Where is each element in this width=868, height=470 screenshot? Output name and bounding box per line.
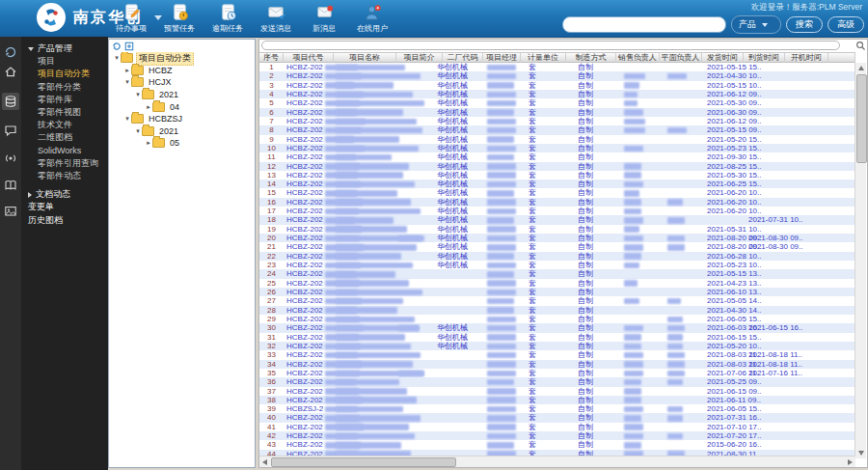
table-row[interactable]: 15HCBZ-202 华创机械套自制2021-06-20 10.. xyxy=(259,188,855,197)
table-row[interactable]: 26HCBZ-202 套自制2021-06-10 13.. xyxy=(259,288,855,296)
column-header-开机时间[interactable]: 开机时间 xyxy=(785,53,828,63)
table-row[interactable]: 35HCBZ-202 套自制2021-07-06 11..2021-07-16 … xyxy=(259,369,855,377)
table-row[interactable]: 7HCBZ-202 华创机械套自制2021-06-12 09.. xyxy=(259,117,855,125)
toolbar-item-todo[interactable]: 待办事项 xyxy=(114,2,149,34)
scroll-up-arrow-icon[interactable] xyxy=(858,66,864,70)
scroll-left-arrow-icon[interactable] xyxy=(262,459,267,465)
scroll-right-arrow-icon[interactable] xyxy=(848,459,853,465)
search-button[interactable]: 搜索 xyxy=(786,16,823,33)
table-row[interactable]: 2HCBZ-202 华创机械套自制2021-04-30 10.. xyxy=(259,71,855,80)
sidebar-item-产品管理[interactable]: 产品管理 xyxy=(21,42,108,55)
sidebar-item-零部件引用查询[interactable]: 零部件引用查询 xyxy=(21,157,108,170)
table-row[interactable]: 27HCBZ-202 套自制2021-05-05 14.. xyxy=(259,296,855,305)
table-row[interactable]: 38HCBZ-202 套自制2021-06-11 09.. xyxy=(259,396,855,404)
tree-toggle-icon[interactable]: ▾ xyxy=(134,91,142,98)
image-icon[interactable] xyxy=(2,203,19,220)
table-row[interactable]: 34HCBZ-202 套自制2021-08-03 11..2021-08-18 … xyxy=(259,360,855,369)
column-header-到货时间[interactable]: 到货时间 xyxy=(744,53,785,63)
home-icon[interactable] xyxy=(2,63,19,80)
toolbar-item-overdue-task[interactable]: 逾期任务 xyxy=(210,2,245,34)
table-row[interactable]: 21HCBZ-202 华创机械套自制2021-08-20 09..2021-08… xyxy=(259,242,855,251)
table-row[interactable]: 6HCBZ-202 华创机械套自制2021-06-30 09.. xyxy=(259,108,855,117)
table-row[interactable]: 37HCBZ-202 套自制2021-06-15 09.. xyxy=(259,387,855,396)
toolbar-item-online-users[interactable]: 在线用户 xyxy=(355,2,390,34)
tree-node-05[interactable]: ▸05 xyxy=(109,137,255,150)
table-row[interactable]: 42HCBZ-202 套自制2021-07-20 17.. xyxy=(259,431,855,440)
vertical-scrollbar[interactable] xyxy=(854,63,866,458)
sidebar-item-零部件动态[interactable]: 零部件动态 xyxy=(21,170,108,182)
sidebar-item-历史图档[interactable]: 历史图档 xyxy=(21,213,108,226)
table-row[interactable]: 43HCBZ-202 套自制2015-06-20 16.. xyxy=(259,440,855,449)
database-icon[interactable] xyxy=(2,93,19,110)
tree-node-HCJX[interactable]: ▾HCJX xyxy=(109,76,255,89)
table-row[interactable]: 33HCBZ-202 套自制2021-08-03 11..2021-08-18 … xyxy=(259,350,855,359)
table-row[interactable]: 32HCBZ-202 华创机械套自制2021-05-20 10.. xyxy=(259,342,855,350)
tree-node-项目自动分类[interactable]: ▾项目自动分类 xyxy=(109,52,255,65)
table-row[interactable]: 12HCBZ-202 华创机械套自制2021-08-25 15.. xyxy=(259,162,855,171)
table-row[interactable]: 36HCBZ-202 套自制2021-05-25 09.. xyxy=(259,377,855,386)
column-header-序号[interactable]: 序号 xyxy=(259,53,284,63)
tree-node-2021[interactable]: ▾2021 xyxy=(109,125,255,138)
sidebar-item-变更单[interactable]: 变更单 xyxy=(21,201,108,213)
column-header-项目名称[interactable]: 项目名称 xyxy=(334,53,396,63)
search-category-dropdown[interactable]: 产品 xyxy=(731,15,781,34)
column-header-发货时间[interactable]: 发货时间 xyxy=(702,53,744,63)
table-row[interactable]: 1HCBZ-202 华创机械套自制2021-05-15 15.. xyxy=(259,63,855,71)
tree-toggle-icon[interactable]: ▾ xyxy=(123,78,131,86)
sidebar-item-项目[interactable]: 项目 xyxy=(21,55,108,68)
refresh-icon[interactable] xyxy=(112,41,122,51)
table-row[interactable]: 13HCBZ-202 华创机械套自制2021-05-30 15.. xyxy=(259,171,855,180)
chat-icon[interactable] xyxy=(2,122,19,139)
book-icon[interactable] xyxy=(2,177,19,194)
sidebar-item-文档动态[interactable]: 文档动态 xyxy=(21,188,108,201)
tree-toggle-icon[interactable]: ▾ xyxy=(123,115,131,123)
table-row[interactable]: 29HCBZ-202 套自制2021-06-05 15.. xyxy=(259,315,855,323)
tree-node-04[interactable]: ▸04 xyxy=(109,100,255,113)
sidebar-item-项目自动分类[interactable]: 项目自动分类 xyxy=(21,68,108,80)
table-row[interactable]: 10HCBZ-202 华创机械套自制2021-05-23 15.. xyxy=(259,144,855,152)
column-header-项目经理[interactable]: 项目经理 xyxy=(483,53,521,63)
table-row[interactable]: 23HCBZ-202 华创机械套自制2021-05-23 10.. xyxy=(259,261,855,269)
table-row[interactable]: 17HCBZ-202 华创机械套自制2021-06-20 10.. xyxy=(259,207,855,215)
search-icon[interactable] xyxy=(855,41,866,51)
horizontal-scrollbar[interactable] xyxy=(259,456,855,467)
broadcast-icon[interactable] xyxy=(2,150,19,167)
tree-toggle-icon[interactable]: ▸ xyxy=(145,103,152,111)
advanced-search-button[interactable]: 高级 xyxy=(827,16,864,33)
sidebar-item-零部件视图[interactable]: 零部件视图 xyxy=(21,106,108,119)
table-row[interactable]: 4HCBZ-202 华创机械套自制2021-06-12 09.. xyxy=(259,90,855,98)
expand-all-icon[interactable] xyxy=(124,41,134,51)
horizontal-scroll-thumb[interactable] xyxy=(271,457,456,467)
tree-node-HCBZ[interactable]: ▸HCBZ xyxy=(109,65,255,77)
column-header-计量单位[interactable]: 计量单位 xyxy=(521,53,566,63)
table-row[interactable]: 19HCBZ-202 华创机械套自制2021-05-31 10.. xyxy=(259,225,855,234)
table-row[interactable]: 41HCBZ-202 套自制2021-07-10 17.. xyxy=(259,423,855,431)
sidebar-item-零部件库[interactable]: 零部件库 xyxy=(21,94,108,106)
tree-node-HCBZSJ[interactable]: ▾HCBZSJ xyxy=(109,113,255,125)
table-row[interactable]: 16HCBZ-202 华创机械套自制2021-06-20 10.. xyxy=(259,198,855,207)
tree-toggle-icon[interactable]: ▸ xyxy=(145,139,152,147)
table-filter-input[interactable] xyxy=(261,41,840,50)
table-row[interactable]: 11HCBZ-202 华创机械套自制2021-09-30 15.. xyxy=(259,152,855,161)
tree-toggle-icon[interactable]: ▾ xyxy=(113,54,121,62)
vertical-scroll-thumb[interactable] xyxy=(856,74,867,163)
table-row[interactable]: 14HCBZ-202 华创机械套自制2021-06-25 15.. xyxy=(259,180,855,188)
table-row[interactable]: 5HCBZ-202 华创机械套自制2021-05-30 09.. xyxy=(259,98,855,107)
cycle-icon[interactable] xyxy=(2,43,19,61)
table-row[interactable]: 22HCBZ-202 华创机械套自制2021-06-28 10.. xyxy=(259,252,855,261)
table-row[interactable]: 28HCBZ-202 套自制2021-04-30 14.. xyxy=(259,306,855,315)
table-row[interactable]: 25HCBZ-202 套自制2021-04-23 13.. xyxy=(259,279,855,288)
table-row[interactable]: 40HCBZ-202 套自制2021-07-31 16.. xyxy=(259,413,855,422)
tree-toggle-icon[interactable]: ▾ xyxy=(134,127,142,135)
tree-toggle-icon[interactable]: ▸ xyxy=(123,67,131,74)
table-row[interactable]: 9HCBZ-202 华创机械套自制2021-05-20 15.. xyxy=(259,135,855,144)
toolbar-item-new-message[interactable]: 新消息 xyxy=(307,2,341,34)
column-header-制造方式[interactable]: 制造方式 xyxy=(566,53,616,63)
table-row[interactable]: 18HCBZ-202 华创机械套自制2021-07-31 10.. xyxy=(259,215,855,224)
table-row[interactable]: 30HCBZ-202 华创机械套自制2021-06-03 16..2021-06… xyxy=(259,323,855,332)
table-row[interactable]: 3HCBZ-202 华创机械套自制2021-05-15 10.. xyxy=(259,81,855,90)
toolbar-item-send-message[interactable]: 发送消息 xyxy=(258,2,293,34)
tree-node-2021[interactable]: ▾2021 xyxy=(109,89,255,101)
table-row[interactable]: 31HCBZ-202 华创机械套自制2021-06-15 15.. xyxy=(259,333,855,342)
global-search-input[interactable] xyxy=(562,16,726,33)
